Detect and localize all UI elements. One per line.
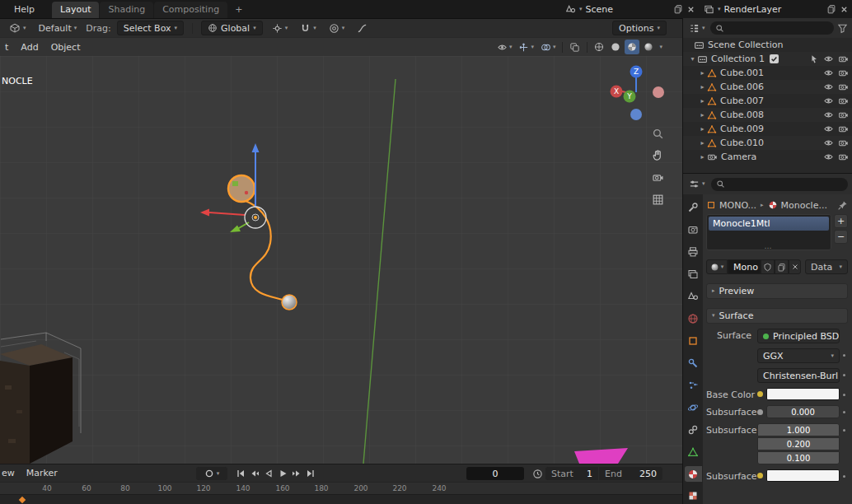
browse-material-button[interactable]: ▾ <box>706 259 728 274</box>
shading-rendered-button[interactable] <box>641 40 656 54</box>
render-visibility-icon[interactable] <box>838 54 849 64</box>
orientation-dropdown[interactable]: Global▾ <box>201 21 263 35</box>
outliner-row-object[interactable]: ▸ Cube.006 <box>683 80 852 94</box>
snap-target-button[interactable]: ▾ <box>269 21 292 35</box>
timeline-tracks[interactable] <box>0 494 682 504</box>
ortho-toggle-button[interactable] <box>649 191 666 208</box>
tab-material[interactable] <box>685 466 702 482</box>
render-visibility-icon[interactable] <box>838 110 849 120</box>
sss-method-dropdown[interactable]: Christensen-Burl...▾ <box>757 368 840 383</box>
tab-object-data[interactable] <box>685 444 702 460</box>
tab-modifiers[interactable] <box>685 355 702 371</box>
outliner-row-camera[interactable]: ▸ Camera <box>683 150 852 164</box>
decorator-dot[interactable] <box>840 388 848 396</box>
auto-keying-button[interactable]: ▾ <box>196 467 227 480</box>
shading-dropdown-icon[interactable]: ▾ <box>658 44 664 50</box>
outliner-row-object[interactable]: ▸ Cube.001 <box>683 66 852 80</box>
tool-preset-dropdown[interactable]: Default▾ <box>35 21 81 35</box>
new-material-button[interactable] <box>775 259 789 274</box>
shading-material-button[interactable] <box>625 40 639 54</box>
render-visibility-icon[interactable] <box>838 124 849 134</box>
shading-wireframe-button[interactable] <box>592 40 606 54</box>
radius-z-slider[interactable]: 0.100 <box>757 451 840 464</box>
editor-type-button[interactable]: ▾ <box>687 177 707 192</box>
preview-range-button[interactable] <box>531 467 544 480</box>
render-visibility-icon[interactable] <box>838 138 849 148</box>
render-visibility-icon[interactable] <box>838 96 849 106</box>
properties-search-input[interactable] <box>728 180 843 189</box>
tab-compositing[interactable]: Compositing <box>154 2 227 18</box>
viewport-3d[interactable]: Z X Y NOCLE <box>0 56 682 464</box>
axis-neg-x-ball[interactable] <box>653 86 664 98</box>
falloff-button[interactable] <box>353 21 371 35</box>
render-layer-name[interactable]: RenderLayer <box>724 4 823 15</box>
scene-selector[interactable]: ▾ Scene <box>565 2 695 16</box>
object-menu[interactable]: Object <box>45 40 87 54</box>
scene-name[interactable]: Scene <box>586 4 670 15</box>
tab-tool[interactable] <box>685 200 702 216</box>
tab-physics[interactable] <box>685 399 702 415</box>
render-visibility-icon[interactable] <box>838 82 849 92</box>
previous-keyframe-button[interactable] <box>248 467 261 480</box>
filter-icon[interactable] <box>837 23 848 34</box>
tab-output[interactable] <box>685 245 702 260</box>
outliner-row-object[interactable]: ▸ Cube.009 <box>683 122 852 136</box>
sss-color-swatch[interactable] <box>766 469 840 482</box>
help-menu[interactable]: Help <box>8 2 40 16</box>
editor-type-button[interactable]: ▾ <box>6 21 30 35</box>
hide-eye-icon[interactable] <box>823 82 834 92</box>
tab-layout[interactable]: Layout <box>52 2 99 18</box>
gizmos-toggle[interactable]: ▾ <box>516 40 536 54</box>
breadcrumb-object[interactable]: MONO... <box>706 200 756 211</box>
tab-particles[interactable] <box>685 377 702 393</box>
delete-scene-icon[interactable] <box>686 5 695 14</box>
outliner-row-object[interactable]: ▸ Cube.010 <box>683 136 852 150</box>
add-slot-button[interactable]: + <box>834 214 848 228</box>
hide-eye-icon[interactable] <box>823 110 834 120</box>
list-resize-grip[interactable]: ⋯ <box>765 244 774 252</box>
outliner-row-object[interactable]: ▸ Cube.007 <box>683 94 852 108</box>
frame-end-field[interactable]: End250 <box>599 467 662 480</box>
render-layer-selector[interactable]: ▾ RenderLayer <box>704 2 849 16</box>
decorator-dot[interactable] <box>840 423 848 432</box>
base-color-swatch[interactable] <box>766 388 840 400</box>
render-visibility-icon[interactable] <box>838 68 849 78</box>
fake-user-button[interactable] <box>761 259 775 274</box>
surface-panel-header[interactable]: ▾Surface <box>706 308 848 324</box>
editor-type-button[interactable]: ▾ <box>687 21 707 35</box>
link-mode-dropdown[interactable]: Data▾ <box>805 259 848 274</box>
tab-constraints[interactable] <box>685 422 702 437</box>
hide-eye-icon[interactable] <box>823 54 834 64</box>
hide-eye-icon[interactable] <box>823 68 834 78</box>
snap-toggle-button[interactable]: ▾ <box>297 21 320 35</box>
radius-x-slider[interactable]: 1.000 <box>757 423 840 436</box>
proportional-edit-button[interactable]: ▾ <box>325 21 349 35</box>
monocle-ring[interactable] <box>228 175 255 202</box>
hide-eye-icon[interactable] <box>823 138 834 148</box>
camera-view-button[interactable] <box>649 169 666 185</box>
outliner-row-scene-collection[interactable]: Scene Collection <box>683 38 852 52</box>
tab-world[interactable] <box>685 311 702 327</box>
chevron-right-icon[interactable]: ▸ <box>698 69 707 77</box>
end-sphere[interactable] <box>282 295 297 310</box>
tab-scene[interactable] <box>685 289 702 305</box>
hide-eye-icon[interactable] <box>823 152 834 162</box>
frame-start-field[interactable]: Start1 <box>545 467 598 480</box>
decorator-dot[interactable] <box>840 348 848 357</box>
next-keyframe-button[interactable] <box>290 467 303 480</box>
move-view-button[interactable] <box>649 147 666 163</box>
material-name-field[interactable]: Mono <box>728 259 761 274</box>
chevron-right-icon[interactable]: ▸ <box>698 83 707 91</box>
jump-to-start-button[interactable] <box>234 467 247 480</box>
distribution-dropdown[interactable]: GGX▾ <box>757 348 840 363</box>
chevron-right-icon[interactable]: ▸ <box>698 97 707 105</box>
outliner-row-object[interactable]: ▸ Cube.008 <box>683 108 852 122</box>
shader-button[interactable]: Principled BSDF <box>757 329 840 343</box>
zoom-button[interactable] <box>649 125 666 142</box>
tab-view-layer[interactable] <box>685 267 702 282</box>
decorator-dot[interactable] <box>840 469 848 478</box>
subsurface-slider[interactable]: 0.000 <box>766 405 840 418</box>
properties-search[interactable] <box>711 178 848 191</box>
add-menu[interactable]: Add <box>15 40 44 54</box>
breadcrumb-material[interactable]: Monocle... <box>768 200 827 211</box>
